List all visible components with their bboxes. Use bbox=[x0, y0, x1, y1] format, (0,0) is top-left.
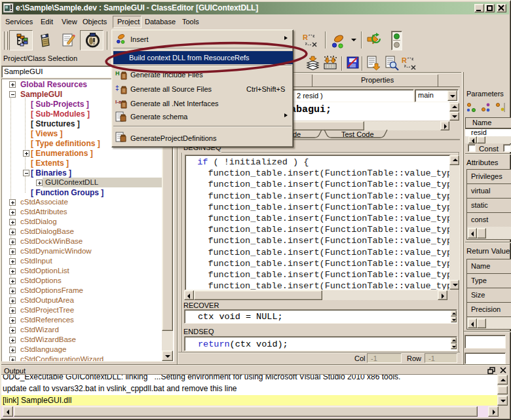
svg-text:R: R bbox=[402, 56, 407, 64]
svg-text:I-a: I-a bbox=[115, 99, 122, 105]
svg-text:H: H bbox=[115, 70, 120, 77]
svg-text:‡: ‡ bbox=[115, 85, 119, 92]
svg-text:R: R bbox=[303, 33, 308, 41]
